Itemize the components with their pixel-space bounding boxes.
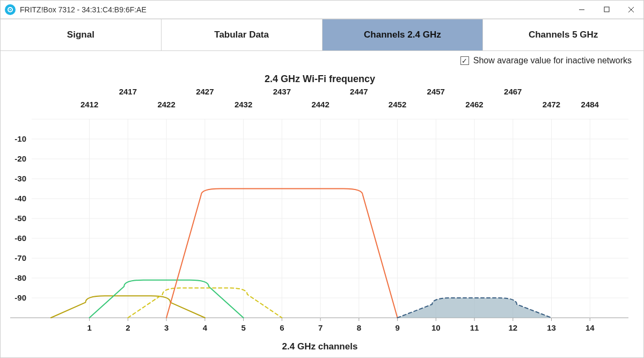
svg-text:-60: -60 bbox=[14, 233, 26, 243]
tab-signal[interactable]: Signal bbox=[1, 19, 162, 50]
show-average-row: ✓ Show avarage value for inactive networ… bbox=[1, 51, 643, 70]
svg-text:2437: 2437 bbox=[273, 87, 291, 96]
svg-text:2432: 2432 bbox=[235, 100, 252, 109]
svg-text:-30: -30 bbox=[14, 174, 26, 183]
svg-text:2442: 2442 bbox=[311, 100, 329, 109]
chart-area: 2.4 GHz Wi-Fi frequency -10-20-30-40-50-… bbox=[1, 70, 643, 352]
mac-text: 34:31:C4:B9:6F:AE bbox=[82, 5, 147, 14]
svg-text:2422: 2422 bbox=[157, 100, 175, 109]
svg-text:-10: -10 bbox=[14, 134, 26, 143]
chart-title: 2.4 GHz Wi-Fi frequency bbox=[5, 70, 635, 87]
tab-channels-5ghz[interactable]: Channels 5 GHz bbox=[483, 19, 643, 50]
svg-text:9: 9 bbox=[395, 323, 399, 332]
svg-text:2412: 2412 bbox=[80, 100, 98, 109]
frequency-chart: -10-20-30-40-50-60-70-80-902417242724372… bbox=[6, 87, 634, 339]
svg-text:8: 8 bbox=[357, 323, 361, 332]
svg-text:-70: -70 bbox=[14, 253, 26, 262]
svg-text:7: 7 bbox=[318, 323, 323, 332]
svg-text:4: 4 bbox=[203, 323, 208, 332]
svg-text:2452: 2452 bbox=[389, 100, 406, 109]
app-icon bbox=[5, 4, 16, 15]
chart-bottom-title: 2.4 GHz channels bbox=[5, 339, 635, 352]
svg-point-2 bbox=[10, 9, 11, 10]
svg-text:12: 12 bbox=[508, 323, 517, 332]
svg-text:2484: 2484 bbox=[581, 100, 599, 109]
svg-text:2447: 2447 bbox=[350, 87, 368, 96]
svg-text:3: 3 bbox=[164, 323, 169, 332]
svg-text:14: 14 bbox=[586, 323, 595, 332]
tabs: Signal Tabular Data Channels 2.4 GHz Cha… bbox=[1, 19, 643, 51]
svg-text:11: 11 bbox=[470, 323, 479, 332]
svg-rect-4 bbox=[604, 7, 609, 12]
svg-text:1: 1 bbox=[87, 323, 91, 332]
svg-text:2417: 2417 bbox=[119, 87, 137, 96]
svg-text:2457: 2457 bbox=[427, 87, 445, 96]
titlebar: FRITZ!Box 7312 - 34:31:C4:B9:6F:AE bbox=[1, 1, 643, 19]
svg-text:2467: 2467 bbox=[504, 87, 522, 96]
svg-text:2427: 2427 bbox=[196, 87, 214, 96]
app-name-text: FRITZ!Box 7312 bbox=[20, 5, 75, 14]
svg-text:-90: -90 bbox=[14, 293, 26, 302]
svg-text:-50: -50 bbox=[14, 214, 26, 223]
tab-tabular-data[interactable]: Tabular Data bbox=[162, 19, 323, 50]
svg-text:-80: -80 bbox=[14, 273, 26, 282]
svg-text:10: 10 bbox=[431, 323, 441, 332]
window-title: FRITZ!Box 7312 - 34:31:C4:B9:6F:AE bbox=[20, 5, 147, 14]
svg-text:2: 2 bbox=[126, 323, 130, 332]
svg-text:5: 5 bbox=[241, 323, 245, 332]
svg-text:13: 13 bbox=[547, 323, 556, 332]
show-average-label: Show avarage value for inactive networks bbox=[473, 56, 632, 65]
show-average-checkbox[interactable]: ✓ bbox=[460, 56, 469, 65]
svg-text:2472: 2472 bbox=[543, 100, 560, 109]
svg-text:6: 6 bbox=[280, 323, 284, 332]
tab-channels-2-4ghz[interactable]: Channels 2.4 GHz bbox=[323, 19, 484, 50]
minimize-button[interactable] bbox=[569, 1, 594, 19]
svg-text:-20: -20 bbox=[14, 154, 26, 163]
maximize-button[interactable] bbox=[594, 1, 619, 19]
close-button[interactable] bbox=[619, 1, 643, 19]
svg-text:2462: 2462 bbox=[465, 100, 483, 109]
svg-text:-40: -40 bbox=[14, 194, 26, 203]
